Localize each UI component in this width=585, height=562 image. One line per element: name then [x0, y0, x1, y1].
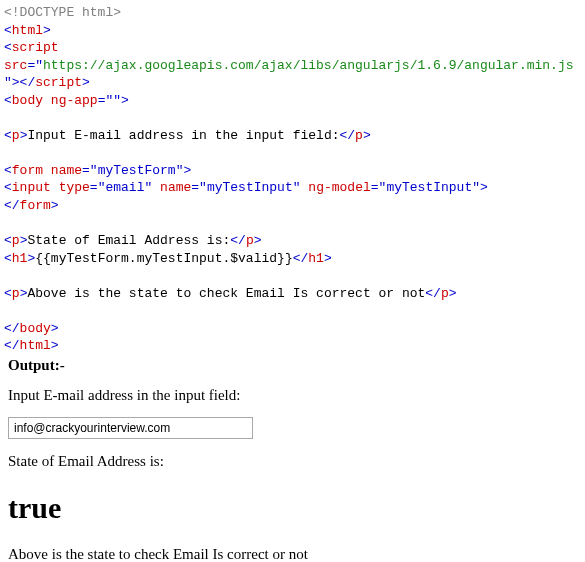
- eq-quote-3: =": [82, 163, 98, 178]
- output-p1: Input E-mail address in the input field:: [8, 385, 577, 405]
- input-type-val: email: [105, 180, 144, 195]
- form-open-bracket: <: [4, 163, 12, 178]
- input-tag: input: [12, 180, 51, 195]
- p3-end-tag: p: [441, 286, 449, 301]
- script-tag-end: script: [35, 75, 82, 90]
- p2-open-bracket: <: [4, 233, 12, 248]
- html-open-bracket: <: [4, 23, 12, 38]
- p2-text: State of Email Address is:: [27, 233, 230, 248]
- form-end-bracket: </: [4, 198, 20, 213]
- input-open-bracket: <: [4, 180, 12, 195]
- output-section: Input E-mail address in the input field:…: [4, 385, 581, 562]
- p2-end-tag: p: [246, 233, 254, 248]
- input-name-val: myTestInput: [207, 180, 293, 195]
- code-block: <!DOCTYPE html> <html> <script src="http…: [4, 4, 581, 355]
- quote-close: ": [4, 75, 12, 90]
- quote-close-6: ": [472, 180, 480, 195]
- html-end-tag: html: [20, 338, 51, 353]
- p1-tag: p: [12, 128, 20, 143]
- input-type-attr: type: [51, 180, 90, 195]
- output-p2: State of Email Address is:: [8, 451, 577, 471]
- empty-line-3: [4, 216, 12, 231]
- p3-end-gt: >: [449, 286, 457, 301]
- doctype-line: <!DOCTYPE html>: [4, 5, 121, 20]
- html-tag: html: [12, 23, 43, 38]
- output-label: Output:-: [8, 355, 581, 375]
- form-end-gt: >: [51, 198, 59, 213]
- empty-line-1: [4, 110, 12, 125]
- eq-quote-6: =": [371, 180, 387, 195]
- body-tag: body: [12, 93, 43, 108]
- script-gt: >: [82, 75, 90, 90]
- input-model-val: myTestInput: [386, 180, 472, 195]
- script-tag: script: [12, 40, 59, 55]
- input-model-attr: ng-model: [301, 180, 371, 195]
- body-end-gt: >: [51, 321, 59, 336]
- form-name-val: myTestForm: [98, 163, 176, 178]
- p3-open-bracket: <: [4, 286, 12, 301]
- body-end-tag: body: [20, 321, 51, 336]
- input-name-attr: name: [152, 180, 191, 195]
- h1-open-bracket: <: [4, 251, 12, 266]
- script-src-val: https://ajax.googleapis.com/ajax/libs/an…: [43, 58, 574, 73]
- output-result: true: [8, 488, 577, 529]
- quote-close-5: ": [293, 180, 301, 195]
- body-end-bracket: </: [4, 321, 20, 336]
- form-tag: form: [12, 163, 43, 178]
- p1-end-bracket: </: [340, 128, 356, 143]
- html-end-gt: >: [51, 338, 59, 353]
- p1-open-bracket: <: [4, 128, 12, 143]
- p2-end-bracket: </: [230, 233, 246, 248]
- p1-text: Input E-mail address in the input field:: [27, 128, 339, 143]
- eq-quote-5: =": [191, 180, 207, 195]
- html-close-bracket: >: [43, 23, 51, 38]
- form-close-bracket: >: [183, 163, 191, 178]
- p1-end-gt: >: [363, 128, 371, 143]
- h1-end-gt: >: [324, 251, 332, 266]
- script-open-bracket: <: [4, 40, 12, 55]
- empty-line-2: [4, 145, 12, 160]
- p1-end-tag: p: [355, 128, 363, 143]
- body-close-bracket: >: [121, 93, 129, 108]
- h1-end-tag: h1: [308, 251, 324, 266]
- p3-text: Above is the state to check Email Is cor…: [27, 286, 425, 301]
- h1-end-bracket: </: [293, 251, 309, 266]
- html-end-bracket: </: [4, 338, 20, 353]
- form-name-attr: name: [43, 163, 82, 178]
- empty-line-5: [4, 303, 12, 318]
- p3-tag: p: [12, 286, 20, 301]
- body-open-bracket: <: [4, 93, 12, 108]
- eq-quote-2: =": [98, 93, 114, 108]
- input-close-bracket: >: [480, 180, 488, 195]
- h1-text: {{myTestForm.myTestInput.$valid}}: [35, 251, 292, 266]
- quote-close-2: ": [113, 93, 121, 108]
- output-p3: Above is the state to check Email Is cor…: [8, 544, 577, 562]
- p2-end-gt: >: [254, 233, 262, 248]
- eq-quote: =": [27, 58, 43, 73]
- p3-end-bracket: </: [425, 286, 441, 301]
- email-input[interactable]: [8, 417, 253, 439]
- form-end-tag: form: [20, 198, 51, 213]
- body-ngapp-attr: ng-app: [43, 93, 98, 108]
- h1-tag: h1: [12, 251, 28, 266]
- script-close-mid: ></: [12, 75, 35, 90]
- eq-quote-4: =": [90, 180, 106, 195]
- p2-tag: p: [12, 233, 20, 248]
- empty-line-4: [4, 268, 12, 283]
